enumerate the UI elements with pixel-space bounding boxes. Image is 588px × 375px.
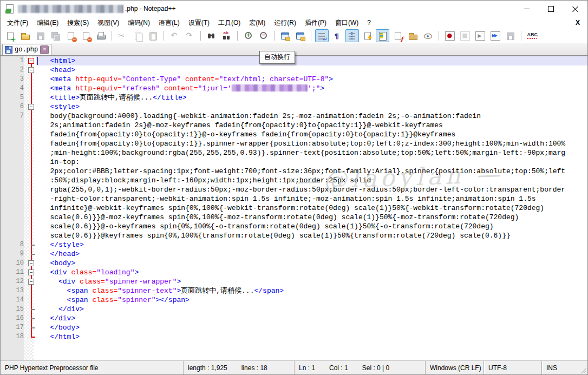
new-file-button[interactable]: [3, 29, 17, 42]
monitoring-eye-button[interactable]: [421, 29, 435, 42]
find-button[interactable]: [205, 29, 218, 42]
code-line-text: <title>页面跳转中,请稍候...</title>: [36, 93, 587, 102]
code-line-text: <html>: [36, 56, 587, 65]
menu-item-plugins[interactable]: 插件(P): [300, 17, 331, 29]
code-row: 10 <body>: [1, 259, 587, 268]
fold-collapse-icon[interactable]: [27, 259, 36, 268]
code-segment: </title>: [153, 94, 186, 102]
find-icon: [207, 31, 217, 41]
fold-margin: [27, 222, 36, 231]
indent-guide-button[interactable]: [345, 29, 359, 42]
line-number: [8, 148, 27, 157]
code-line-text: <meta http-equiv="refresh" content="1;ur…: [36, 84, 587, 93]
fold-collapse-icon[interactable]: [27, 56, 36, 65]
save-all-button: [49, 29, 62, 42]
zoom-out-button[interactable]: [257, 29, 270, 42]
toolbar-separator: [164, 31, 164, 41]
maximize-icon: [548, 6, 554, 12]
menu-item-search[interactable]: 搜索(S): [63, 17, 93, 29]
code-segment: ></span>: [155, 296, 189, 304]
minimize-button[interactable]: [514, 1, 539, 17]
fold-collapse-icon[interactable]: [27, 268, 36, 277]
fold-collapse-icon[interactable]: [27, 277, 36, 286]
toolbar-separator: [274, 31, 275, 41]
line-number: 8: [8, 240, 27, 249]
replace-button[interactable]: [220, 29, 233, 42]
bookmark-margin: [1, 185, 8, 194]
menu-item-view[interactable]: 视图(V): [93, 17, 123, 29]
open-folder-button[interactable]: [18, 29, 32, 42]
toolbar-separator: [521, 31, 521, 41]
line-number: [8, 194, 27, 203]
code-line-text: <span class="spinner-text">页面跳转中,请稍候...<…: [36, 286, 587, 295]
close-all-docs-button[interactable]: [79, 29, 93, 42]
fold-margin: [27, 139, 36, 148]
code-segment: ;min-height:100%;background:rgba(255,255…: [37, 149, 565, 157]
open-folder-icon: [21, 31, 30, 41]
menu-item-window[interactable]: 窗口(W): [331, 17, 363, 29]
fold-collapse-icon[interactable]: [27, 65, 36, 75]
code-segment: </style>: [37, 241, 84, 249]
code-row: 15 </div>: [1, 305, 587, 314]
code-row: 2 <head>: [1, 65, 587, 75]
code-line-text: <div class="loading">: [36, 268, 587, 277]
sync-vertical-button[interactable]: [278, 29, 292, 42]
code-line-text: infinite}@-webkit-keyframes spin{0%,100%…: [36, 203, 587, 213]
close-button[interactable]: [563, 1, 587, 17]
maximize-button[interactable]: [539, 1, 563, 17]
fold-margin: [27, 240, 36, 249]
monitoring-eye-icon: [423, 31, 433, 41]
function-list-button[interactable]: [391, 29, 404, 42]
macro-play-multi-button[interactable]: [488, 29, 502, 42]
word-wrap-button[interactable]: [315, 29, 329, 42]
show-all-chars-button[interactable]: [330, 29, 344, 42]
bookmark-margin: [1, 305, 8, 314]
fold-margin: [27, 148, 36, 157]
menu-item-run[interactable]: 运行(R): [270, 17, 300, 29]
bookmark-margin: [1, 259, 8, 268]
close-doc-button[interactable]: [64, 29, 77, 42]
code-row: fadein{from{opacity:0}to{opacity:1}}.spi…: [1, 139, 587, 148]
macro-play-multi-icon: [491, 31, 500, 41]
code-segment: http-equiv=: [75, 75, 122, 83]
user-dialog-button[interactable]: [361, 29, 374, 42]
code-segment: >: [134, 268, 139, 277]
show-all-chars-icon: [332, 31, 342, 41]
tab-go-php[interactable]: go.php: [2, 44, 51, 55]
bookmark-margin: [1, 295, 8, 305]
menu-item-encoding[interactable]: 编码(N): [123, 17, 154, 29]
tab-close-icon[interactable]: [40, 45, 49, 54]
code-line-text: </div>: [36, 305, 587, 314]
folder-workspace-button[interactable]: [406, 29, 420, 42]
menu-item-settings[interactable]: 设置(T): [184, 17, 214, 29]
menu-item-language[interactable]: 语言(L): [154, 17, 184, 29]
close-doc-icon: [66, 31, 76, 41]
code-line-text: rgba(255,0,0,1);-webkit-border-radius:50…: [36, 185, 587, 194]
resize-grip-icon[interactable]: [581, 368, 586, 373]
fold-margin: [27, 231, 36, 240]
editor[interactable]: 1 <html>2 <head>3 <meta http-equiv="Cont…: [1, 56, 587, 360]
menu-item-tools[interactable]: 工具(O): [214, 17, 245, 29]
insert-mode-text: INS: [546, 364, 557, 372]
sync-horizontal-button[interactable]: [293, 29, 307, 42]
fold-margin: [27, 130, 36, 139]
close-document-x[interactable]: X: [568, 19, 587, 27]
fold-collapse-icon[interactable]: [27, 102, 36, 111]
menu-item-edit[interactable]: 编辑(E): [32, 17, 63, 29]
code-line-text: scale(0.6)}}@-o-keyframes spin{0%,100%{-…: [36, 222, 587, 231]
line-number: 10: [8, 259, 27, 268]
macro-play-button[interactable]: [473, 29, 487, 42]
menu-item-file[interactable]: 文件(F): [3, 17, 32, 29]
macro-record-button[interactable]: [443, 29, 456, 42]
spell-check-abc-button[interactable]: [525, 29, 539, 42]
doc-map-button[interactable]: [376, 29, 389, 42]
menu-item-help[interactable]: ?: [363, 17, 375, 29]
menu-item-macro[interactable]: 宏(M): [245, 17, 270, 29]
code-line-text: ;min-height:100%;background:rgba(255,255…: [36, 148, 587, 157]
code-line-text: </div>: [36, 314, 587, 323]
code-row: 9 </head>: [1, 249, 587, 259]
bookmark-margin: [1, 84, 8, 93]
zoom-in-button[interactable]: [241, 29, 255, 42]
print-button[interactable]: [94, 29, 108, 42]
code-line-text: </body>: [36, 323, 587, 332]
